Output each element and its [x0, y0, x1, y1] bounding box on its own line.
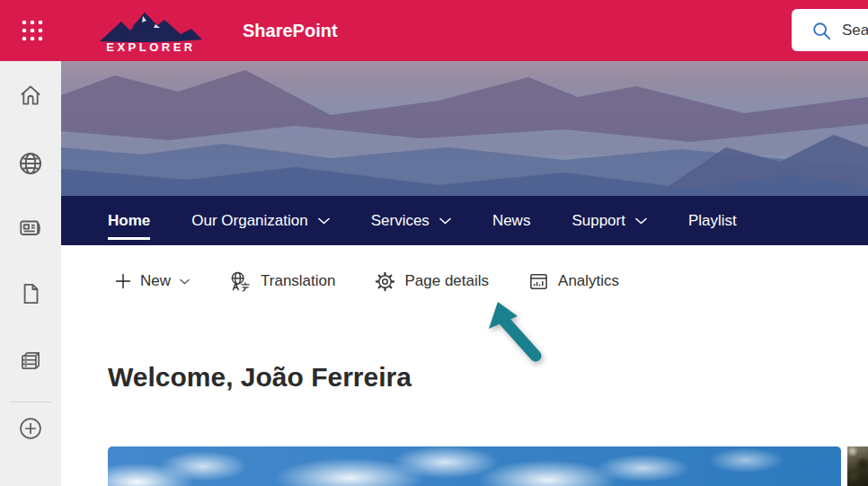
content-image-foliage [847, 446, 868, 486]
waffle-icon [21, 19, 44, 42]
nav-item-label: Services [371, 212, 430, 230]
annotation-arrow [485, 300, 562, 365]
nav-item-label: Home [108, 212, 150, 230]
sidebar-item-home[interactable] [9, 74, 52, 117]
search-input[interactable] [842, 22, 868, 40]
plus-icon [115, 273, 131, 289]
site-logo[interactable]: EXPLORER [93, 4, 209, 59]
search-icon [811, 21, 831, 40]
suite-top-bar: EXPLORER SharePoint [0, 0, 868, 61]
nav-item-our-organization[interactable]: Our Organization [191, 212, 329, 230]
nav-item-label: Support [571, 212, 625, 230]
app-launcher-button[interactable] [11, 9, 54, 52]
sidebar-item-lists[interactable] [9, 340, 52, 383]
analytics-chart-icon [528, 271, 549, 292]
sidebar-item-pages[interactable] [9, 272, 52, 315]
app-sidebar [0, 61, 61, 486]
chevron-down-icon [439, 217, 451, 225]
content-image-sky [108, 446, 841, 486]
chevron-down-icon [180, 278, 190, 285]
document-icon [17, 280, 44, 307]
page-details-button[interactable]: Page details [375, 271, 489, 292]
product-name: SharePoint [243, 0, 338, 61]
new-button-label: New [140, 272, 171, 290]
news-icon [17, 215, 44, 242]
site-logo-text: EXPLORER [106, 40, 196, 54]
sidebar-divider [10, 402, 51, 402]
analytics-button-label: Analytics [558, 272, 619, 290]
create-plus-icon [17, 415, 44, 442]
sharepoint-page: EXPLORER SharePoint [0, 0, 868, 486]
analytics-button[interactable]: Analytics [528, 271, 619, 292]
nav-item-playlist[interactable]: Playlist [688, 212, 737, 230]
sidebar-item-news[interactable] [9, 207, 52, 250]
page-details-button-label: Page details [404, 272, 489, 290]
translation-button[interactable]: Translation [229, 270, 335, 293]
chevron-down-icon [635, 217, 647, 225]
mountain-logo-icon [98, 9, 204, 43]
translate-icon [229, 270, 252, 293]
translation-button-label: Translation [261, 272, 335, 290]
sidebar-item-create[interactable] [9, 407, 52, 450]
lists-icon [17, 348, 44, 375]
new-button[interactable]: New [115, 272, 190, 290]
nav-item-label: Our Organization [191, 212, 307, 230]
nav-item-services[interactable]: Services [371, 212, 451, 230]
chevron-down-icon [318, 217, 330, 225]
page-title: Welcome, João Ferreira [108, 361, 412, 393]
gear-icon [375, 271, 395, 292]
search-box[interactable] [792, 9, 868, 51]
site-navigation: Home Our Organization Services News Supp… [61, 196, 868, 245]
globe-icon [16, 149, 45, 178]
nav-item-label: News [492, 212, 531, 230]
nav-item-support[interactable]: Support [571, 212, 647, 230]
nav-item-home[interactable]: Home [108, 212, 150, 230]
nav-item-news[interactable]: News [492, 212, 531, 230]
nav-item-label: Playlist [688, 212, 737, 230]
home-icon [17, 82, 44, 109]
hero-image [61, 61, 868, 196]
sidebar-item-global[interactable] [9, 142, 52, 185]
command-bar: New Translation [61, 260, 868, 303]
